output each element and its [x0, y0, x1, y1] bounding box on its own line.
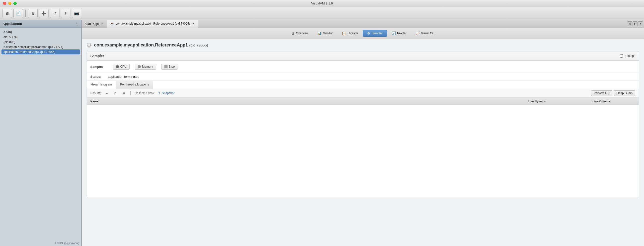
tab-monitor-label: Monitor [323, 31, 333, 35]
page-content: 🖥 Overview 📊 Monitor 📋 Threads ⚙ Sampler… [82, 28, 644, 246]
new-connection-button[interactable]: 🖥 [2, 9, 12, 18]
properties-icon: 📄 [16, 11, 21, 16]
cpu-sample-button[interactable]: CPU [113, 64, 130, 70]
refresh-button[interactable]: ↺ [50, 9, 60, 18]
content-area: Start Page ✕ ☕ com.example.myapplication… [82, 20, 644, 246]
tab-start-page[interactable]: Start Page ✕ [82, 20, 107, 27]
sidebar-item-kotlin[interactable]: n.daemon.KotlinCompileDaemon (pid 77777) [2, 44, 80, 49]
sidebar-header: Applications ✕ [0, 20, 81, 27]
results-refresh-icon: ↺ [114, 91, 117, 95]
add-remote-button[interactable]: ➕ [39, 9, 48, 18]
results-label: Results: [90, 91, 101, 95]
nav-tabs-row: 🖥 Overview 📊 Monitor 📋 Threads ⚙ Sampler… [82, 28, 644, 38]
column-header-live-bytes[interactable]: Live Bytes ▼ [524, 99, 589, 104]
tab-dropdown-button[interactable]: ▼ [638, 21, 643, 26]
results-refresh-button[interactable]: ↺ [112, 90, 118, 96]
results-separator [130, 91, 131, 95]
tab-bar: Start Page ✕ ☕ com.example.myapplication… [82, 20, 644, 28]
status-value: application terminated [108, 75, 139, 78]
toolbar: 🖥 📄 ⊕ ➕ ↺ ⬇ 📷 [0, 7, 644, 20]
tab-refapp-close[interactable]: ✕ [192, 22, 195, 25]
sidebar-close-button[interactable]: ✕ [74, 21, 79, 26]
heap-dump-button[interactable]: Heap Dump [614, 90, 635, 96]
refresh-icon: ↺ [53, 11, 56, 16]
perform-gc-button[interactable]: Perform GC [591, 90, 612, 96]
tab-refapp-label: com.example.myapplication.ReferenceApp1 … [116, 22, 190, 25]
close-btn[interactable] [3, 2, 6, 5]
results-run-button[interactable]: ● [104, 90, 110, 96]
results-right-buttons: Perform GC Heap Dump [591, 90, 635, 96]
tab-refapp[interactable]: ☕ com.example.myapplication.ReferenceApp… [107, 20, 198, 27]
results-stop-button[interactable]: ■ [121, 90, 126, 96]
add-jmx-icon: ⊕ [31, 11, 34, 16]
tab-threads-label: Threads [347, 31, 358, 35]
tab-scroll-left-button[interactable]: ◀ [627, 21, 632, 26]
sample-row: Sample: CPU Memory Stop [87, 61, 639, 73]
collected-data-label: Collected data: [134, 91, 154, 95]
memory-sample-button[interactable]: Memory [134, 64, 156, 70]
tab-nav-buttons: ◀ ▶ ▼ [626, 20, 644, 27]
window-controls [3, 2, 17, 5]
tab-monitor[interactable]: 📊 Monitor [313, 30, 337, 37]
status-row: Status: application terminated [87, 73, 639, 81]
properties-button[interactable]: 📄 [14, 9, 23, 18]
sampler-icon: ⚙ [367, 31, 370, 35]
sidebar-item-refapp[interactable]: application.ReferenceApp1 (pid 79055) [2, 49, 80, 54]
sampler-panel: Sampler Settings Sample: CPU [86, 51, 639, 197]
memory-btn-label: Memory [142, 65, 153, 68]
snapshot-button[interactable]: 🗒 Snapshot [158, 91, 174, 95]
tab-sampler[interactable]: ⚙ Sampler [363, 30, 387, 37]
results-stop-icon: ■ [123, 91, 125, 95]
minimize-btn[interactable] [8, 2, 12, 5]
sort-icon: ▼ [544, 100, 546, 103]
column-header-live-objects[interactable]: Live Objects [589, 99, 639, 104]
tab-profiler[interactable]: 🔄 Profiler [388, 30, 411, 37]
status-label: Status: [90, 75, 108, 78]
snapshot-btn-icon: 🗒 [158, 91, 160, 95]
cpu-dot-icon [116, 65, 119, 68]
app-title-text: com.example.myapplication.ReferenceApp1 … [94, 42, 208, 48]
maximize-btn[interactable] [14, 2, 17, 5]
sidebar-item-pid808[interactable]: (pid 808) [2, 39, 80, 44]
sub-tab-per-thread[interactable]: Per thread allocations [116, 81, 153, 89]
sidebar-content: d 510) oid 77774) (pid 808) n.daemon.Kot… [0, 27, 81, 240]
snapshot-icon: 📷 [74, 11, 79, 16]
settings-checkbox[interactable] [620, 54, 623, 58]
sampler-panel-title: Sampler [90, 54, 104, 58]
app-pid: (pid 79055) [189, 43, 208, 47]
tab-start-page-label: Start Page [84, 22, 99, 25]
add-jmx-button[interactable]: ⊕ [28, 9, 38, 18]
tab-threads[interactable]: 📋 Threads [338, 30, 362, 37]
tab-visual-gc[interactable]: 📈 Visual GC [411, 30, 439, 37]
stop-btn-label: Stop [169, 65, 175, 68]
stop-dot-icon [164, 65, 168, 68]
sidebar-item-pid77774[interactable]: oid 77774) [2, 34, 80, 39]
toolbar-separator-1 [26, 10, 26, 17]
memory-dot-icon [138, 65, 141, 68]
sampler-content: com.example.myapplication.ReferenceApp1 … [82, 38, 644, 201]
sub-tab-heap-histogram[interactable]: Heap histogram [87, 81, 116, 89]
tab-overview[interactable]: 🖥 Overview [287, 30, 312, 37]
tab-sampler-label: Sampler [372, 31, 383, 35]
tab-visual-gc-label: Visual GC [421, 31, 434, 35]
sample-label: Sample: [90, 65, 108, 69]
sidebar-title: Applications [2, 22, 22, 25]
tab-scroll-right-button[interactable]: ▶ [632, 21, 638, 26]
monitor-icon: 📊 [317, 31, 322, 35]
add-remote-icon: ➕ [41, 11, 46, 16]
dump-icon: ⬇ [64, 11, 68, 16]
column-header-name[interactable]: Name [87, 99, 524, 104]
results-run-icon: ● [106, 91, 108, 95]
table-area: Name Live Bytes ▼ Live Objects [87, 98, 639, 197]
sidebar-watermark: CSDN @qijingwang [0, 240, 81, 246]
stop-sample-button[interactable]: Stop [161, 64, 178, 70]
tab-start-page-close[interactable]: ✕ [100, 22, 104, 25]
tab-refapp-icon: ☕ [110, 22, 114, 25]
sidebar-item-pid510[interactable]: d 510) [2, 29, 80, 34]
dump-button[interactable]: ⬇ [61, 9, 70, 18]
results-toolbar: Results: ● ↺ ■ Collected data: [87, 89, 639, 98]
snapshot-toolbar-button[interactable]: 📷 [72, 9, 81, 18]
table-header: Name Live Bytes ▼ Live Objects [87, 98, 639, 105]
overview-icon: 🖥 [291, 31, 295, 35]
tab-overview-label: Overview [296, 31, 308, 35]
